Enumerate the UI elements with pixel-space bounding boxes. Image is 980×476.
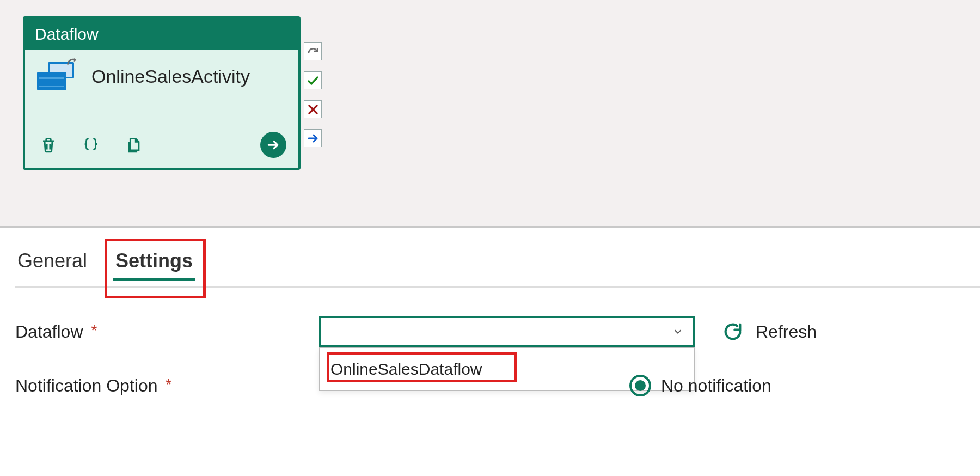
notification-field-label: Notification Option * — [15, 376, 319, 396]
view-code-button[interactable] — [79, 133, 102, 156]
x-icon — [307, 103, 320, 116]
braces-icon — [82, 136, 100, 154]
activity-name: OnlineSalesActivity — [91, 66, 250, 87]
activity-type-label: Dataflow — [25, 19, 298, 50]
required-star: * — [91, 322, 97, 339]
activity-output-handles — [304, 42, 323, 147]
dataflow-tables-icon — [37, 62, 76, 90]
redo-arrow-icon — [307, 45, 320, 58]
failure-handle[interactable] — [304, 100, 322, 118]
activity-title-row: OnlineSalesActivity — [37, 62, 286, 90]
arrow-right-circle-icon — [266, 138, 280, 152]
clone-activity-button[interactable] — [122, 133, 145, 156]
arrow-right-icon — [307, 132, 320, 145]
notification-label-text: Notification Option — [15, 376, 157, 395]
refresh-button[interactable]: Refresh — [722, 321, 817, 343]
pipeline-canvas[interactable]: Dataflow OnlineSalesActivity — [0, 0, 980, 226]
tab-settings[interactable]: Settings — [113, 239, 195, 284]
dataflow-label-text: Dataflow — [15, 322, 83, 341]
curve-arrow-icon — [66, 57, 78, 69]
copy-icon — [124, 136, 143, 154]
detail-tabs: General Settings — [15, 239, 980, 288]
row-notification-option: Notification Option * No notification — [15, 375, 771, 396]
undo-handle[interactable] — [304, 42, 322, 60]
required-star: * — [166, 376, 171, 393]
check-icon — [307, 74, 320, 87]
radio-icon — [629, 375, 651, 396]
no-notification-radio[interactable]: No notification — [629, 375, 771, 396]
row-dataflow: Dataflow * Refresh — [15, 316, 817, 347]
activity-footer — [37, 132, 286, 158]
completion-handle[interactable] — [304, 129, 322, 147]
trash-icon — [39, 136, 58, 154]
dataflow-activity-card[interactable]: Dataflow OnlineSalesActivity — [23, 16, 301, 170]
run-activity-button[interactable] — [260, 132, 286, 158]
no-notification-label: No notification — [661, 376, 771, 396]
chevron-down-icon — [672, 326, 684, 338]
delete-activity-button[interactable] — [37, 133, 60, 156]
activity-card-body: OnlineSalesActivity — [25, 50, 298, 168]
refresh-label: Refresh — [756, 322, 817, 342]
dataflow-field-label: Dataflow * — [15, 322, 319, 342]
canvas-detail-divider — [0, 226, 980, 228]
refresh-icon — [722, 321, 744, 343]
dataflow-dropdown[interactable] — [319, 316, 695, 347]
success-handle[interactable] — [304, 71, 322, 89]
tab-general[interactable]: General — [15, 239, 89, 284]
